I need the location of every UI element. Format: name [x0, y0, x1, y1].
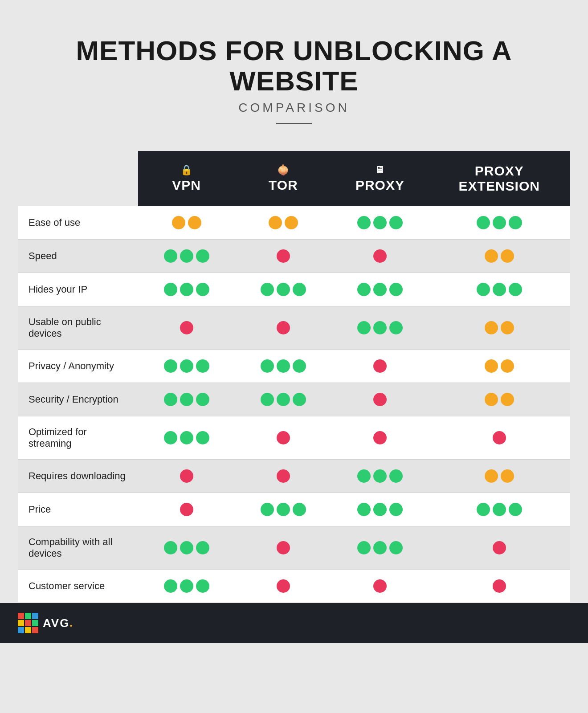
green-dot [357, 503, 371, 516]
table-row: Speed [18, 240, 570, 273]
row-label: Usable on public devices [18, 306, 138, 350]
red-dot [277, 249, 290, 263]
col-label-proxy-extension: PROXYEXTENSION [459, 163, 540, 193]
cell-vpn [138, 416, 235, 460]
dot-group [339, 579, 420, 593]
cell-proxy_ext [429, 416, 570, 460]
cell-vpn [138, 526, 235, 570]
dot-group [339, 469, 420, 483]
dot-group [243, 249, 323, 263]
cell-proxy [331, 416, 428, 460]
cell-proxy_ext [429, 460, 570, 493]
red-dot [373, 359, 387, 373]
avg-grid-icon [18, 613, 38, 633]
row-label: Hides your IP [18, 273, 138, 306]
proxy-icon: 🖥 [336, 164, 424, 176]
red-dot [277, 431, 290, 444]
green-dot [389, 469, 403, 483]
dot-group [243, 393, 323, 406]
cell-proxy [331, 273, 428, 306]
table-row: Usable on public devices [18, 306, 570, 350]
red-dot [180, 503, 193, 516]
dot-group [437, 283, 562, 296]
red-dot [493, 579, 506, 593]
dot-group [339, 283, 420, 296]
red-dot [277, 579, 290, 593]
cell-tor [235, 493, 331, 526]
dot-group [339, 503, 420, 516]
green-dot [389, 283, 403, 296]
dot-group [339, 249, 420, 263]
dot-group [146, 321, 227, 334]
orange-dot [285, 216, 298, 229]
table-row: Optimized for streaming [18, 416, 570, 460]
page-title: METHODS FOR UNBLOCKING A WEBSITE [27, 36, 561, 96]
cell-vpn [138, 273, 235, 306]
green-dot [196, 579, 209, 593]
row-label: Price [18, 493, 138, 526]
row-label: Customer service [18, 570, 138, 603]
table-row: Security / Encryption [18, 383, 570, 416]
dot-group [339, 359, 420, 373]
green-dot [293, 359, 306, 373]
dot-group [437, 321, 562, 334]
cell-proxy_ext [429, 383, 570, 416]
green-dot [277, 359, 290, 373]
divider [276, 123, 312, 124]
row-label: Requires downloading [18, 460, 138, 493]
cell-tor [235, 416, 331, 460]
red-dot [373, 249, 387, 263]
dot-group [146, 283, 227, 296]
table-row: Customer service [18, 570, 570, 603]
dot-group [146, 469, 227, 483]
green-dot [293, 503, 306, 516]
green-dot [477, 283, 490, 296]
green-dot [373, 283, 387, 296]
red-dot [373, 393, 387, 406]
red-dot [180, 469, 193, 483]
dot-group [437, 469, 562, 483]
cell-proxy [331, 570, 428, 603]
cell-proxy [331, 206, 428, 240]
dot-group [243, 503, 323, 516]
green-dot [164, 579, 177, 593]
dot-group [437, 579, 562, 593]
green-dot [477, 503, 490, 516]
cell-tor [235, 240, 331, 273]
red-dot [277, 541, 290, 554]
red-dot [180, 321, 193, 334]
cell-vpn [138, 240, 235, 273]
comparison-table-container: 🔒 VPN 🧅 TOR 🖥 PROXY PROXYEXTENSION [18, 151, 570, 603]
green-dot [493, 503, 506, 516]
green-dot [164, 393, 177, 406]
green-dot [261, 393, 274, 406]
dot-group [146, 541, 227, 554]
table-row: Privacy / Anonymity [18, 350, 570, 383]
dot-group [146, 503, 227, 516]
cell-proxy [331, 460, 428, 493]
green-dot [180, 579, 193, 593]
dot-group [339, 541, 420, 554]
dot-group [243, 579, 323, 593]
green-dot [357, 541, 371, 554]
cell-tor [235, 570, 331, 603]
dot-group [146, 216, 227, 229]
green-dot [477, 216, 490, 229]
cell-tor [235, 206, 331, 240]
green-dot [196, 393, 209, 406]
dot-group [243, 469, 323, 483]
red-dot [373, 431, 387, 444]
green-dot [357, 283, 371, 296]
green-dot [196, 541, 209, 554]
green-dot [389, 541, 403, 554]
red-dot [493, 541, 506, 554]
cell-proxy_ext [429, 206, 570, 240]
orange-dot [501, 321, 514, 334]
green-dot [164, 359, 177, 373]
green-dot [261, 359, 274, 373]
orange-dot [485, 321, 498, 334]
orange-dot [485, 359, 498, 373]
col-label-tor: TOR [269, 178, 298, 192]
dot-group [339, 431, 420, 444]
green-dot [493, 216, 506, 229]
